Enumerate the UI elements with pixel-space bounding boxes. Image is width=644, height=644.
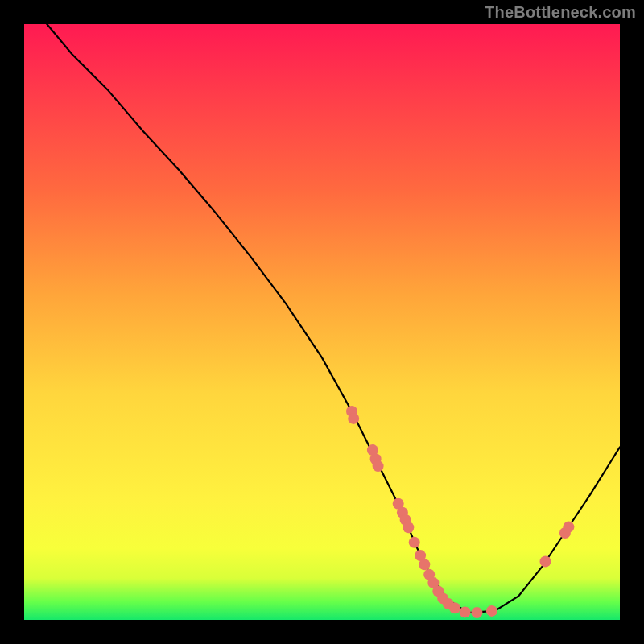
scatter-group (346, 406, 574, 618)
scatter-point (402, 522, 414, 533)
chart-svg (24, 24, 620, 620)
scatter-point (373, 460, 384, 472)
watermark-text: TheBottleneck.com (485, 3, 636, 22)
scatter-point (419, 559, 430, 570)
scatter-point (460, 606, 471, 617)
chart-stage: TheBottleneck.com (0, 0, 644, 644)
scatter-point (449, 602, 460, 613)
scatter-point (486, 605, 497, 617)
plot-area (24, 24, 620, 620)
curve-path (24, 0, 620, 613)
scatter-point (409, 537, 420, 548)
scatter-point (540, 556, 551, 568)
scatter-point (563, 522, 574, 533)
scatter-point (348, 413, 359, 424)
scatter-point (471, 607, 482, 618)
